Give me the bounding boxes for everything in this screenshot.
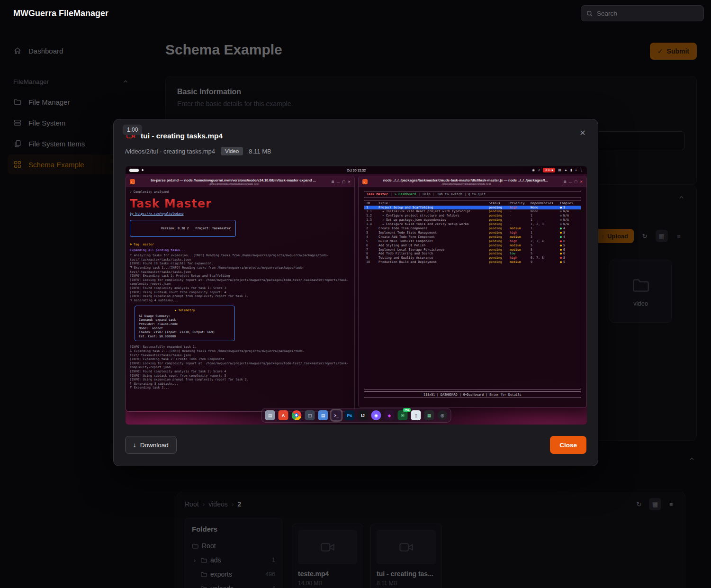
task-row: 5 Build Main TodoList Component pending … xyxy=(364,239,581,244)
window-control-icon: ✕ xyxy=(580,180,583,184)
search-icon xyxy=(586,10,593,17)
log-line: [INFO] Expanding task 1: Project Setup a… xyxy=(130,274,351,278)
phone-app-icon: ▯ xyxy=(411,410,421,420)
menu-pill-icon xyxy=(129,169,139,172)
telemetry-line: Est. Cost: $0.000000 xyxy=(139,335,231,339)
log-line: [INFO] Looking for complexity report at:… xyxy=(130,362,351,370)
terminal-title: node ../../../packages/taskmaster/claude… xyxy=(370,178,561,182)
window-control-icon: ▢ xyxy=(575,180,578,184)
settings-app-icon: ◎ xyxy=(438,410,448,420)
docker-icon: ◫ xyxy=(305,410,315,420)
task-row: 1 Project Setup and Scaffolding pending … xyxy=(364,206,581,210)
complexity-dot xyxy=(560,222,562,226)
window-control-icon: — xyxy=(337,180,340,184)
terminal-titlebar: >_ tm-parse prd.md — node /home/mwguerra… xyxy=(126,176,354,187)
task-row: 2 Create Todo Item Component pending med… xyxy=(364,226,581,231)
telemetry-line: AI Usage Summary: xyxy=(139,314,231,318)
telemetry-title: ✦ Telemetry xyxy=(139,308,231,313)
menu-icon: ⋮ xyxy=(580,168,583,172)
log-line: [INFO] Using subtask count from complexi… xyxy=(130,374,351,378)
terminal-app-icon: >_ xyxy=(362,179,368,184)
chrome-icon xyxy=(292,410,302,420)
log-line: [INFO] Using subtask count from complexi… xyxy=(130,290,351,295)
terminal-icon: >_ xyxy=(332,410,342,420)
audio-icon: ♫ xyxy=(538,168,540,172)
video-frame-desktop: Oct 30 15:32 ◉♫ 3:11 ■ ▤▲▮◖⋮ >_ xyxy=(126,166,587,425)
task-row: 7 Implement Local Storage Persistence pe… xyxy=(364,248,581,252)
menubar-clock: Oct 30 15:32 xyxy=(347,169,366,172)
terminal-window-left: >_ tm-parse prd.md — node /home/mwguerra… xyxy=(126,176,355,412)
terminal-titlebar: >_ node ../../../packages/taskmaster/cla… xyxy=(359,176,586,187)
log-block: [INFO] Successfully expanded task 1.⠧ Ex… xyxy=(130,345,351,390)
desktop-menubar: Oct 30 15:32 ◉♫ 3:11 ■ ▤▲▮◖⋮ xyxy=(126,166,587,174)
task-row: 1.2 → Configure project structure and fo… xyxy=(364,214,581,218)
tui-dashboard: Task Master | > Dashboard | Help | Tab t… xyxy=(359,187,586,407)
log-line: ⠧ Expanding task 2...[INFO] Reading task… xyxy=(130,349,351,357)
complexity-dot xyxy=(560,256,562,260)
download-button[interactable]: ↓ Download xyxy=(125,436,177,454)
tui-header-bar: Task Master | > Dashboard | Help | Tab t… xyxy=(364,191,581,198)
camera-icon: ◉ xyxy=(532,168,535,172)
menubar-icons-left: ◉♫ xyxy=(532,168,540,172)
search-input[interactable] xyxy=(597,10,699,17)
window-control-icon: ⊞ xyxy=(564,180,567,184)
terminal-title: tm-parse prd.md — node /home/mwguerra/.n… xyxy=(138,178,329,182)
download-icon: ↓ xyxy=(133,442,136,449)
window-control-icon: ✕ xyxy=(348,180,351,184)
modal-header: tui - creating tasks.mp4 xyxy=(126,131,569,141)
task-row: 6 Add Styling and UI Polish pending medi… xyxy=(364,244,581,248)
window-control-icon: ⊞ xyxy=(332,180,334,184)
menubar-icons-right: ▤▲▮◖⋮ xyxy=(558,168,583,172)
search-box[interactable] xyxy=(581,5,704,21)
airplay-icon: ▲ xyxy=(564,168,567,172)
battery-icon: ▮ xyxy=(570,168,572,172)
complexity-dot xyxy=(560,206,562,210)
log-line: ⠙ Expanding task 1...[INFO] Reading task… xyxy=(130,266,351,274)
log-line: ⠋ Analyzing tasks for expansion...[INFO]… xyxy=(130,253,351,262)
desktop-dock: ▤ A xyxy=(261,408,451,423)
task-row: 8 Add Todo Filtering and Search pending … xyxy=(364,252,581,256)
video-player[interactable]: Oct 30 15:32 ◉♫ 3:11 ■ ▤▲▮◖⋮ >_ xyxy=(126,166,587,425)
log-line: [INFO] Expanding task 2: Create Todo Ite… xyxy=(130,357,351,362)
telemetry-line: Provider: claude-code xyxy=(139,322,231,326)
byline-link: by https://x.com/eyaltoledano xyxy=(130,212,351,216)
complexity-dot xyxy=(560,244,562,248)
task-row: 1.3 → Set up package.json dependencies p… xyxy=(364,218,581,222)
terminal-titles: tm-parse prd.md — node /home/mwguerra/.n… xyxy=(138,178,329,185)
log-line: ⠇ Generating 3 subtasks... xyxy=(130,382,351,386)
log-block: ⠋ Analyzing tasks for expansion...[INFO]… xyxy=(130,253,351,302)
task-table: ID Title Status Priority Dependencies Co… xyxy=(364,200,581,389)
modal-subheader: /videos/2/tui - creating tasks.mp4 Video… xyxy=(125,147,271,155)
chat-app-icon: ✉ 254 xyxy=(398,410,408,420)
wifi-icon: ◖ xyxy=(575,168,577,172)
terminal-output: ✓ Complexity analyzed Task Master by htt… xyxy=(126,187,354,411)
tui-status-bar: 118x51 | DASHBOARD | 6=Dashboard | Enter… xyxy=(364,391,581,398)
log-line: [INFO] Using expansion prompt from compl… xyxy=(130,294,351,299)
close-button[interactable]: Close xyxy=(550,436,586,454)
status-line: ✓ Complexity analyzed xyxy=(130,190,351,194)
log-line: ⠹ Generating 4 subtasks... xyxy=(130,299,351,303)
app-store-icon: A xyxy=(279,410,288,420)
tag-line: ⚑ Tag: master xyxy=(130,243,351,247)
complexity-dot xyxy=(560,239,562,244)
log-line: [INFO] Successfully expanded task 1. xyxy=(130,345,351,349)
complexity-dot xyxy=(560,226,562,231)
loom-app-icon: ◉ xyxy=(371,410,381,420)
expand-line: Expanding all pending tasks... xyxy=(130,248,351,253)
window-controls: ⊞—▢✕ xyxy=(332,180,351,184)
complexity-dot xyxy=(560,252,562,256)
complexity-dot xyxy=(560,235,562,239)
file-preview-modal: 1.00 tui - creating tasks.mp4 ✕ /videos/… xyxy=(113,119,598,466)
close-icon[interactable]: ✕ xyxy=(576,126,589,139)
task-row: 10 Production Build and Deployment pendi… xyxy=(364,260,581,264)
version-box: Version: 0.30.2Project: Taskmaster xyxy=(130,220,236,237)
terminal-subtitle: ~/projects/mwguerra/packages/todo-test xyxy=(370,182,561,185)
task-row: 4 Create Add Todo Form Component pending… xyxy=(364,235,581,239)
design-app-icon: ◆ xyxy=(385,410,395,420)
complexity-dot xyxy=(560,248,562,252)
task-row: 9 Testing and Quality Assurance pending … xyxy=(364,256,581,260)
window-control-icon: — xyxy=(569,180,572,184)
telemetry-box: ✦ Telemetry AI Usage Summary:Command: ex… xyxy=(135,306,235,341)
complexity-dot xyxy=(560,260,562,264)
terminal-titles: node ../../../packages/taskmaster/claude… xyxy=(370,178,561,185)
